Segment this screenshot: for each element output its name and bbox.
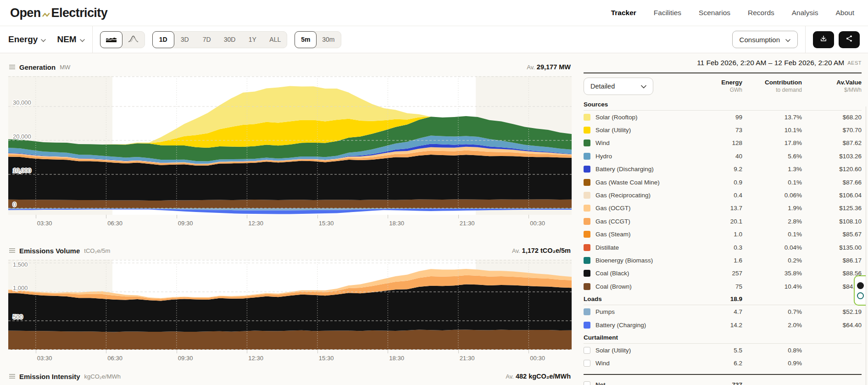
- interval-5m[interactable]: 5m: [295, 31, 317, 48]
- generation-chart-header: Generation MW Av.29,177 MW: [8, 60, 572, 74]
- table-row[interactable]: Gas (OCGT)13.71.9%$125.36: [584, 202, 862, 215]
- table-row[interactable]: Coal (Black)25735.8%$88.56: [584, 267, 862, 280]
- series-swatch: [584, 127, 590, 134]
- row-value: $120.60: [802, 166, 862, 173]
- row-value: $87.66: [802, 179, 862, 186]
- row-value: 0.2%: [742, 257, 802, 264]
- series-swatch: [584, 166, 590, 173]
- series-swatch: [584, 231, 590, 238]
- axis-label: 06:30: [106, 220, 122, 227]
- table-row[interactable]: Solar (Rooftop)9913.7%$68.20: [584, 111, 862, 123]
- table-row[interactable]: Solar (Utility)5.50.8%: [584, 344, 862, 357]
- net-label: Net: [595, 381, 606, 385]
- table-row[interactable]: Distillate0.30.04%$135.00: [584, 241, 862, 254]
- axis-tick: [36, 350, 36, 353]
- row-value: $106.04: [802, 192, 862, 199]
- chevron-down-icon: [785, 36, 790, 44]
- emissions-chart[interactable]: 5001,0001,500: [8, 260, 572, 350]
- svg-text:500: 500: [13, 313, 23, 320]
- line-chart-button[interactable]: [122, 32, 145, 48]
- table-row[interactable]: Bioenergy (Biomass)1.60.2%$86.17: [584, 254, 862, 267]
- axis-tick: [177, 215, 177, 218]
- table-row[interactable]: Hydro405.6%$103.26: [584, 150, 862, 162]
- stacked-area-icon: [106, 35, 117, 44]
- table-row[interactable]: Battery (Discharging)9.21.3%$120.60: [584, 163, 862, 176]
- row-value: $64.40: [802, 322, 862, 329]
- nav-records[interactable]: Records: [748, 9, 774, 17]
- row-label-cell: Hydro: [584, 153, 701, 160]
- row-value: 1.0: [701, 231, 742, 238]
- detail-view-select[interactable]: Detailed: [584, 78, 653, 95]
- axis-label: 09:30: [177, 220, 193, 227]
- row-value: $52.19: [802, 308, 862, 315]
- row-value: 13.7%: [742, 114, 802, 121]
- series-swatch: [584, 244, 590, 251]
- table-row[interactable]: Wind6.20.9%: [584, 357, 862, 370]
- row-value: $125.36: [802, 205, 862, 212]
- row-value: $103.26: [802, 153, 862, 160]
- app-header: Open Electricity TrackerFacilitiesScenar…: [0, 0, 868, 26]
- detail-view-select-label: Detailed: [590, 83, 615, 90]
- row-label-cell: Wind: [584, 139, 701, 146]
- row-value: $84.79: [802, 283, 862, 290]
- nav-tracker[interactable]: Tracker: [611, 9, 636, 17]
- logo-text-electricity: Electricity: [51, 6, 107, 20]
- row-label-cell: Coal (Black): [584, 270, 701, 277]
- row-label-cell: Gas (Waste Coal Mine): [584, 179, 701, 186]
- share-button[interactable]: [839, 31, 860, 48]
- range-1y[interactable]: 1Y: [241, 32, 263, 48]
- interval-30m[interactable]: 30m: [316, 32, 340, 48]
- drag-handle-icon[interactable]: [9, 372, 15, 380]
- range-30d[interactable]: 30D: [218, 32, 242, 48]
- axis-tick: [317, 215, 318, 218]
- consumption-dropdown[interactable]: Consumption: [732, 31, 798, 48]
- stacked-area-chart-button[interactable]: [100, 31, 122, 48]
- section-total: 18.9: [701, 296, 742, 302]
- series-swatch: [584, 218, 590, 225]
- nav-scenarios[interactable]: Scenarios: [699, 9, 730, 17]
- axis-label: 12:30: [247, 355, 263, 362]
- axis-tick: [247, 350, 247, 353]
- table-row[interactable]: Gas (Reciprocating)0.40.06%$106.04: [584, 189, 862, 201]
- drag-handle-icon[interactable]: [9, 63, 15, 71]
- series-swatch: [584, 205, 590, 212]
- table-row[interactable]: Gas (Steam)1.00.1%$85.67: [584, 228, 862, 241]
- metric-dropdown[interactable]: Energy: [8, 34, 46, 45]
- chart-average: Av.29,177 MW: [527, 63, 571, 71]
- region-dropdown[interactable]: NEM: [57, 34, 84, 45]
- row-value: 5.5: [701, 347, 742, 354]
- row-label-cell: Solar (Utility): [584, 127, 701, 134]
- nav-facilities[interactable]: Facilities: [654, 9, 681, 17]
- table-row[interactable]: Solar (Utility)7310.1%$70.70: [584, 123, 862, 136]
- feedback-widget[interactable]: [854, 275, 866, 306]
- table-row[interactable]: Battery (Charging)14.22.0%$64.40: [584, 318, 862, 331]
- range-all[interactable]: ALL: [263, 32, 287, 48]
- range-3d[interactable]: 3D: [174, 32, 196, 48]
- feedback-icon: [857, 282, 864, 289]
- generation-chart[interactable]: 010,00020,00030,000: [8, 76, 572, 215]
- range-1d[interactable]: 1D: [152, 31, 174, 48]
- table-row[interactable]: Gas (Waste Coal Mine)0.90.1%$87.66: [584, 176, 862, 189]
- axis-label: 15:30: [317, 355, 334, 362]
- download-button[interactable]: [813, 31, 834, 48]
- table-row[interactable]: Gas (CCGT)20.12.8%$108.10: [584, 215, 862, 228]
- table-row[interactable]: Coal (Brown)7510.4%$84.79: [584, 280, 862, 293]
- panel-controls: Detailed EnergyGWh Contributionto demand…: [584, 73, 862, 98]
- row-label-cell: Coal (Brown): [584, 283, 701, 290]
- axis-label: 00:30: [529, 355, 545, 362]
- open-electricity-logo[interactable]: Open Electricity: [10, 5, 107, 21]
- row-value: 0.7%: [742, 308, 802, 315]
- nav-analysis[interactable]: Analysis: [792, 9, 818, 17]
- series-swatch: [584, 139, 590, 146]
- table-row[interactable]: Pumps4.70.7%$52.19: [584, 305, 862, 318]
- panel-table: SourcesSolar (Rooftop)9913.7%$68.20Solar…: [584, 98, 862, 370]
- table-row[interactable]: Wind12817.8%$87.62: [584, 137, 862, 150]
- row-label-cell: Battery (Discharging): [584, 166, 701, 173]
- toolbar-divider: [92, 26, 93, 53]
- date-range-group: 1D3D7D30D1YALL: [152, 31, 288, 48]
- drag-handle-icon[interactable]: [9, 246, 15, 255]
- range-7d[interactable]: 7D: [196, 32, 218, 48]
- nav-about[interactable]: About: [835, 9, 854, 17]
- row-value: 2.8%: [742, 218, 802, 225]
- series-swatch: [584, 308, 590, 315]
